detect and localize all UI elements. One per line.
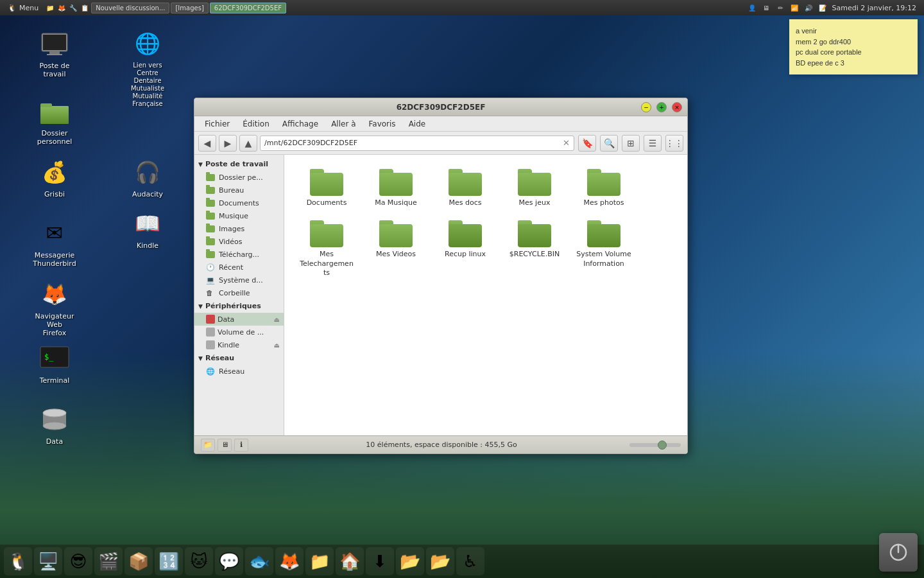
dock-mint-icon[interactable]: 🐧 (4, 547, 32, 575)
dock-sunglasses-icon[interactable]: 😎 (64, 547, 92, 575)
dock-folder3-icon[interactable]: 📂 (426, 547, 454, 575)
quicklaunch-files[interactable]: 📁 (45, 3, 55, 13)
svg-rect-1 (43, 35, 66, 50)
sidebar-data-device[interactable]: Data ⏏ (194, 313, 284, 326)
dock-accessibility-icon[interactable]: ♿ (456, 547, 484, 575)
sidebar-reseau-label: Réseau (219, 367, 244, 376)
eject-kindle-button[interactable]: ⏏ (274, 342, 280, 349)
back-button[interactable]: ◀ (198, 135, 216, 152)
taskbar-app-filemanager[interactable]: 62DCF309DCF2D5EF (210, 3, 286, 13)
file-item-mesjeux[interactable]: Mes jeux (502, 165, 567, 211)
dock-download-icon[interactable]: ⬇️ (366, 547, 394, 575)
dock-video-icon[interactable]: 🎬 (94, 547, 123, 575)
menu-edition[interactable]: Édition (237, 118, 275, 130)
window-titlebar: 62DCF309DCF2D5EF − + × (194, 98, 687, 116)
file-item-recuplinux[interactable]: Recup linux (433, 216, 497, 281)
sidebar-bureau[interactable]: Bureau (194, 184, 284, 197)
zoom-handle[interactable] (658, 441, 667, 450)
address-bar[interactable]: /mnt/62DCF309DCF2D5EF ✕ (260, 136, 574, 151)
poste-travail-icon (39, 28, 70, 59)
desktop-icon-kindle[interactable]: 📖 Kindle (122, 206, 173, 252)
file-item-systemvolume[interactable]: System VolumeInformation (572, 216, 636, 281)
dock-calc-icon[interactable]: 🔢 (155, 547, 183, 575)
quicklaunch-app1[interactable]: 🔧 (68, 3, 78, 13)
file-item-mesdocs[interactable]: Mes docs (433, 165, 497, 211)
desktop-icon-thunderbird[interactable]: ✉️ MessagerieThunderbird (29, 215, 80, 270)
sidebar-videos[interactable]: Vidéos (194, 235, 284, 248)
sidebar-telecharg[interactable]: Télécharg... (194, 248, 284, 261)
section-poste-de-travail[interactable]: ▼ Poste de travail (194, 157, 284, 171)
menu-button[interactable]: 🐧 Menu (3, 3, 44, 13)
desktop-icon-audacity[interactable]: 🎧 Audacity (122, 154, 173, 201)
window-maximize-button[interactable]: + (656, 102, 667, 112)
up-button[interactable]: ▲ (239, 135, 257, 152)
dock-home-icon[interactable]: 🏠 (336, 547, 364, 575)
forward-button[interactable]: ▶ (219, 135, 237, 152)
section-peripheriques[interactable]: ▼ Périphériques (194, 299, 284, 313)
file-item-mesphotos[interactable]: Mes photos (572, 165, 636, 211)
folder-icon-mesjeux (518, 169, 551, 196)
file-item-mesvideos[interactable]: Mes Videos (364, 216, 428, 281)
dock-terminal-icon[interactable]: 🖥️ (34, 547, 62, 575)
status-properties-button[interactable]: ℹ (234, 439, 248, 451)
status-new-folder-button[interactable]: 📁 (201, 439, 215, 451)
audacity-label: Audacity (124, 190, 171, 198)
menu-aller[interactable]: Aller à (326, 118, 361, 130)
file-item-mamusique[interactable]: Ma Musique (364, 165, 428, 211)
window-minimize-button[interactable]: − (641, 102, 651, 112)
sidebar-corbeille[interactable]: 🗑 Corbeille (194, 286, 284, 299)
address-text: /mnt/62DCF309DCF2D5EF (264, 139, 357, 147)
window-close-button[interactable]: × (672, 102, 682, 112)
dock-firefox-icon[interactable]: 🦊 (275, 547, 304, 575)
dock-cat-icon[interactable]: 🐱 (185, 547, 213, 575)
folder-icon-sm-4 (206, 211, 216, 220)
file-item-telechargements[interactable]: Mes Telechargements (295, 216, 359, 281)
section-label-peri: Périphériques (205, 302, 261, 310)
menu-label: Menu (19, 4, 38, 12)
section-label-pdt: Poste de travail (205, 160, 268, 168)
dock-chat-icon[interactable]: 💬 (215, 547, 243, 575)
file-item-recycle[interactable]: $RECYCLE.BIN (502, 216, 567, 281)
desktop-icon-terminal[interactable]: $_ Terminal (29, 340, 80, 387)
sidebar-documents[interactable]: Documents (194, 197, 284, 209)
menu-aide[interactable]: Aide (404, 118, 431, 130)
bookmark-button[interactable]: 🔖 (578, 135, 596, 152)
sidebar-images[interactable]: Images (194, 222, 284, 235)
menu-favoris[interactable]: Favoris (364, 118, 401, 130)
data-icon (39, 404, 70, 435)
search-button[interactable]: 🔍 (600, 135, 618, 152)
sidebar-volume[interactable]: Volume de ... (194, 326, 284, 338)
quicklaunch-app2[interactable]: 📋 (80, 3, 90, 13)
view-list-button[interactable]: ☰ (644, 135, 662, 152)
eject-data-button[interactable]: ⏏ (274, 316, 280, 323)
dock-archive-icon[interactable]: 📦 (124, 547, 153, 575)
quicklaunch-browser[interactable]: 🦊 (56, 3, 67, 13)
sidebar-dossier-perso[interactable]: Dossier pe... (194, 171, 284, 184)
view-icons-button[interactable]: ⊞ (622, 135, 640, 152)
taskbar-app-discussion[interactable]: Nouvelle discussion... (91, 3, 169, 13)
sidebar-musique[interactable]: Musique (194, 209, 284, 222)
clear-address-icon[interactable]: ✕ (563, 138, 570, 148)
view-compact-button[interactable]: ⋮⋮ (665, 135, 683, 152)
status-open-terminal-button[interactable]: 🖥 (218, 439, 232, 451)
desktop-icon-dossier[interactable]: Dossier personnel (29, 93, 80, 148)
sidebar-systeme[interactable]: 💻 Système d... (194, 274, 284, 286)
menu-fichier[interactable]: Fichier (200, 118, 235, 130)
desktop-icon-lien[interactable]: 🌐 Lien vers CentreDentaire MutualisteMut… (122, 26, 173, 110)
status-view-icons: 📁 🖥 ℹ (201, 439, 248, 451)
section-reseau[interactable]: ▼ Réseau (194, 351, 284, 365)
desktop-icon-data[interactable]: Data (29, 401, 80, 448)
desktop-icon-firefox[interactable]: 🦊 Navigateur WebFirefox (29, 276, 80, 340)
taskbar-app-images[interactable]: [Images] (171, 3, 208, 13)
dock-folder2-icon[interactable]: 📂 (396, 547, 424, 575)
desktop-icon-poste[interactable]: Poste de travail (29, 26, 80, 81)
dock-fish-icon[interactable]: 🐟 (245, 547, 273, 575)
file-item-documents[interactable]: Documents (295, 165, 359, 211)
sidebar-reseau[interactable]: 🌐 Réseau (194, 365, 284, 378)
sidebar-kindle-device[interactable]: Kindle ⏏ (194, 338, 284, 351)
sidebar-recent[interactable]: 🕐 Récent (194, 261, 284, 274)
desktop-icon-grisbi[interactable]: 💰 Grisbi (29, 154, 80, 201)
menu-affichage[interactable]: Affichage (277, 118, 323, 130)
power-button[interactable] (879, 533, 918, 572)
dock-files-icon[interactable]: 📁 (305, 547, 334, 575)
